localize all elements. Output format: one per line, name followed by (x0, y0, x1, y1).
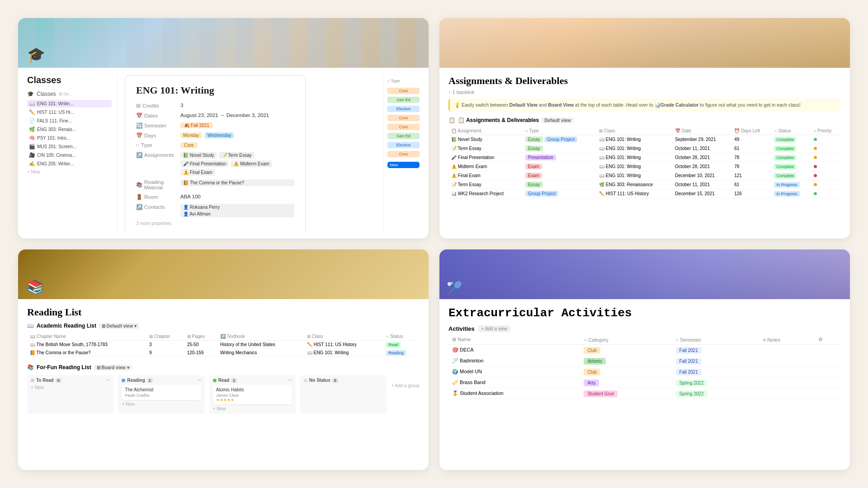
assignments-title: Assignments & Deliverables (448, 75, 841, 87)
kanban-card[interactable]: Atomic Habits James Clear ★★★★★ (213, 385, 292, 404)
classes-sidebar-section: 🎓 Classes ⊞ De... (27, 91, 112, 97)
table-row[interactable]: ⚠️ Final Exam Exam 📖 ENG 101: Writing De… (448, 171, 841, 180)
col-assignment: 📋 Assignment (448, 127, 523, 135)
extracurricular-card-body: Extracurricular Activities Activities + … (439, 299, 850, 470)
col-toread-label: To Read (36, 378, 54, 383)
assignments-banner (439, 18, 850, 68)
activity-name: 🏸 Badminton (448, 356, 580, 366)
type-label: ○Type (136, 142, 177, 148)
assignment-name: 📗 Novel Study (448, 135, 523, 144)
classes-sidebar-title: Classes (27, 75, 112, 85)
assignments-card-body: Assignments & Deliverables ↑ 1 backlink … (439, 68, 850, 239)
table-row[interactable]: 📝 Term Essay Essay 📖 ENG 101: Writing Oc… (448, 144, 841, 153)
kanban-board: To Read 0 ··· + New Reading 1 ··· The Al… (27, 375, 420, 414)
list-item[interactable]: ✍️ ENG 205: Writer... (27, 160, 112, 168)
add-reading[interactable]: + New (122, 402, 201, 407)
list-item[interactable]: 🎬 MUS 201: Screen... (27, 143, 112, 150)
list-item[interactable]: 🧠 PSY 101: Intro... (27, 134, 112, 142)
list-item[interactable]: 📄 FALS 111: Fine... (27, 117, 112, 125)
room-label: 🚪Room (136, 194, 177, 200)
credits-label: ⊞Credits (136, 103, 177, 109)
table-row[interactable]: 🎯 DECA Club Fall 2021 (448, 345, 841, 356)
list-item[interactable]: 📖 ENG 101: Writin... (27, 100, 112, 108)
detail-row-assignments: ↗️Assignments 📗 Novel Study 📝 Term Essay… (136, 152, 294, 176)
activity-name: 🎯 DECA (448, 345, 580, 356)
fun-view-badge[interactable]: ⊞ Board view ▾ (94, 365, 132, 371)
list-item[interactable]: 🎥 CIN 105: Cinema... (27, 151, 112, 159)
kanban-card[interactable]: The Alchemist Paulo Coelho (122, 385, 201, 400)
table-row[interactable]: 🌍 Model UN Club Fall 2021 (448, 366, 841, 377)
semester-value: 🍂 Fall 2021 (180, 122, 294, 128)
col-semester: ○ Semester (672, 335, 760, 345)
activities-table: ⊞ Name ○ Category ○ Semester ≡ Notes ⚙ 🎯… (448, 335, 841, 399)
kanban-col-reading: Reading 1 ··· The Alchemist Paulo Coelho… (118, 375, 204, 414)
detail-row-room: 🚪Room ABA 100 (136, 194, 294, 200)
col-class: ⊞ Class (596, 127, 672, 135)
col-days: ⏰ Days Left (731, 127, 771, 135)
kanban-col-read: Read 1 ··· Atomic Habits James Clear ★★★… (209, 375, 296, 414)
view-badge[interactable]: Default view (542, 117, 573, 123)
add-view-button[interactable]: + Add a view (478, 325, 510, 332)
semester-label: 🔄Semester (136, 122, 177, 129)
academic-view-badge[interactable]: ⊞ Default view ▾ (99, 323, 139, 329)
add-toread[interactable]: + New (31, 385, 110, 390)
table-row[interactable]: 📙 The Comma or the Pause? 9 120-159 Writ… (27, 349, 420, 357)
add-new-class[interactable]: + New (27, 169, 112, 174)
table-row[interactable]: 📝 Term Essay Essay 🌿 ENG 303: Renaissanc… (448, 180, 841, 189)
assignments-label: ↗️Assignments (136, 152, 177, 158)
classes-emoji: 🎓 (27, 91, 34, 97)
activity-name: 🌍 Model UN (448, 366, 580, 377)
classes-card: 🎓 Classes 🎓 Classes ⊞ De... 📖 ENG 101: W… (18, 18, 429, 239)
table-row[interactable]: 🎺 Brass Band Arts Spring 2022 (448, 377, 841, 388)
activities-table-header: Activities + Add a view (448, 325, 841, 332)
detail-row-credits: ⊞Credits 3 (136, 103, 294, 109)
more-properties[interactable]: 3 more properties (136, 221, 294, 226)
academic-table-title: 📖 Academic Reading List ⊞ Default view ▾ (27, 323, 420, 329)
classes-sidebar: Classes 🎓 Classes ⊞ De... 📖 ENG 101: Wri… (27, 75, 118, 231)
sidebar-item-list: 📖 ENG 101: Writin... ✏️ HIST 111: US Hi.… (27, 100, 112, 174)
classes-section-label: Classes (37, 91, 56, 97)
academic-reading-table: 📖 Chapter Name ⊞ Chapter ⊞ Pages ↗️ Text… (27, 333, 420, 357)
ext-banner-icon: 🏸 (447, 281, 462, 296)
list-item[interactable]: ✏️ HIST 111: US Hi... (27, 108, 112, 116)
type-col-header: ○ Type (387, 79, 420, 83)
book-title: The Alchemist (125, 387, 198, 392)
detail-row-dates: 📅Dates August 23, 2021 → December 3, 202… (136, 113, 294, 119)
new-class-button[interactable]: New (387, 162, 420, 168)
detail-row-contacts: ↗️Contacts 👤 Roksana Perry 👤 Avi Allman (136, 204, 294, 217)
reading-title: Reading List (27, 306, 420, 318)
credits-value: 3 (180, 103, 294, 108)
reading-card: 📚 Reading List 📖 Academic Reading List ⊞… (18, 249, 429, 470)
detail-row-type: ○Type Core (136, 142, 294, 148)
activity-name: 🎺 Brass Band (448, 377, 580, 388)
table-row[interactable]: 📖 The British Move South, 1778-1783 3 25… (27, 341, 420, 349)
table-row[interactable]: 🏅 Student Association Student Govt Sprin… (448, 388, 841, 399)
col-category: ○ Category (580, 335, 672, 345)
detail-row-reading: 📚Reading Material 📙 The Comma or the Pau… (136, 179, 294, 190)
table-row[interactable]: 📗 Novel Study Essay Group Project 📖 ENG … (448, 135, 841, 144)
col-status: ○ Status (771, 127, 811, 135)
right-type-sidebar: ○ Type Core Gen Ed Elective Core Core Ge… (383, 75, 420, 231)
detail-row-semester: 🔄Semester 🍂 Fall 2021 (136, 122, 294, 129)
dates-value: August 23, 2021 → December 3, 2021 (180, 113, 294, 118)
db-icon: ⊞ De... (59, 92, 72, 96)
assignments-card: Assignments & Deliverables ↑ 1 backlink … (439, 18, 850, 239)
table-row[interactable]: 🎤 Final Presentation Presentation 📖 ENG … (448, 153, 841, 162)
table-row[interactable]: 🏸 Badminton Athletic Fall 2021 (448, 356, 841, 366)
extracurricular-card: 🏸 Extracurricular Activities Activities … (439, 249, 850, 470)
table-row[interactable]: 📊 WK2 Research Project Group Project ✏️ … (448, 189, 841, 198)
fun-table-title: 📚 For-Fun Reading List ⊞ Board view ▾ (27, 364, 420, 371)
reading-banner-icon: 📚 (27, 279, 44, 295)
add-read[interactable]: + New (213, 406, 292, 411)
activities-table-title: Activities (448, 325, 475, 332)
activity-name: 🏅 Student Association (448, 388, 580, 399)
class-detail-card: ENG 101: Writing ⊞Credits 3 📅Dates Augus… (125, 75, 306, 231)
assignments-table-title: 📋 📋 Assignments & Deliverables Default v… (448, 117, 841, 123)
table-row[interactable]: ⚠️ Midterm Exam Exam 📖 ENG 101: Writing … (448, 162, 841, 171)
add-group-btn[interactable]: + Add a group (391, 375, 420, 414)
class-detail-panel: ENG 101: Writing ⊞Credits 3 📅Dates Augus… (118, 75, 383, 231)
col-name: ⊞ Name (448, 335, 580, 345)
list-item[interactable]: 🌿 ENG 303: Renais... (27, 126, 112, 133)
assignments-backlink[interactable]: ↑ 1 backlink (448, 89, 841, 95)
assignments-table: 📋 Assignment ○ Type ⊞ Class 📅 Date ⏰ Day… (448, 127, 841, 198)
